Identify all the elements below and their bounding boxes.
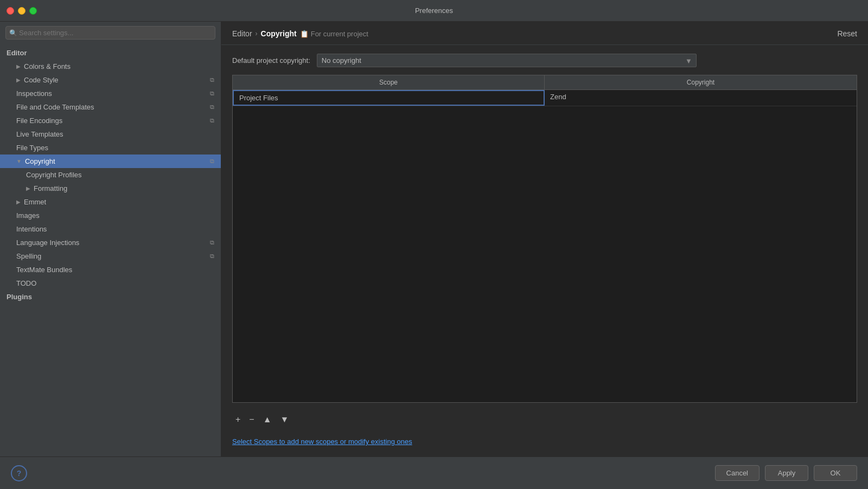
- search-icon: 🔍: [9, 29, 17, 37]
- sidebar-item-label: Colors & Fonts: [24, 62, 71, 70]
- sidebar-item-file-encodings[interactable]: File Encodings⧉: [0, 114, 221, 127]
- traffic-lights: [7, 7, 37, 15]
- copy-icon: ⧉: [210, 239, 214, 246]
- chevron-icon: ▶: [16, 77, 21, 83]
- sidebar-item-label: TextMate Bundles: [16, 266, 72, 274]
- breadcrumb-project: 📋 For current project: [300, 30, 368, 38]
- sidebar-item-copyright[interactable]: ▼Copyright⧉: [0, 155, 221, 168]
- cancel-button[interactable]: Cancel: [715, 465, 760, 481]
- sidebar-item-file-code-templates[interactable]: File and Code Templates⧉: [0, 100, 221, 114]
- sidebar-item-label: Editor: [7, 49, 27, 57]
- move-down-button[interactable]: ▼: [277, 414, 292, 426]
- copy-icon: ⧉: [210, 158, 214, 165]
- help-button[interactable]: ?: [11, 465, 27, 481]
- sidebar-item-label: Copyright: [25, 157, 55, 165]
- breadcrumb: Editor › Copyright 📋 For current project: [232, 29, 368, 38]
- chevron-icon: ▼: [16, 158, 22, 164]
- sidebar-item-label: Live Templates: [16, 130, 63, 138]
- table-cell-copyright: Zend: [545, 90, 857, 106]
- titlebar: Preferences: [0, 0, 868, 22]
- sidebar-item-label: TODO: [16, 279, 36, 287]
- sidebar-item-label: File and Code Templates: [16, 103, 94, 111]
- copyright-dropdown[interactable]: No copyright: [317, 54, 697, 67]
- chevron-icon: ▶: [16, 199, 21, 205]
- sidebar-item-todo[interactable]: TODO: [0, 276, 221, 290]
- table-toolbar: + − ▲ ▼: [232, 410, 857, 428]
- chevron-icon: ▶: [26, 185, 30, 191]
- copy-icon: ⧉: [210, 104, 214, 111]
- breadcrumb-separator: ›: [256, 30, 258, 37]
- table-header: Scope Copyright: [233, 75, 857, 90]
- ok-button[interactable]: OK: [814, 465, 857, 481]
- close-button[interactable]: [7, 7, 14, 15]
- table-cell-scope: Project Files: [233, 90, 545, 106]
- sidebar-item-label: Plugins: [7, 293, 32, 301]
- sidebar-item-label: Copyright Profiles: [26, 171, 82, 179]
- sidebar-item-plugins-header[interactable]: Plugins: [0, 290, 221, 304]
- sidebar-item-label: Language Injections: [16, 239, 79, 247]
- bottom-bar: ? Cancel Apply OK: [0, 456, 868, 489]
- sidebar-item-label: Images: [16, 211, 40, 220]
- sidebar-item-code-style[interactable]: ▶Code Style⧉: [0, 73, 221, 87]
- move-up-button[interactable]: ▲: [260, 414, 275, 426]
- search-input[interactable]: [5, 26, 215, 40]
- sidebar-item-colors-fonts[interactable]: ▶Colors & Fonts: [0, 60, 221, 73]
- sidebar-item-live-templates[interactable]: Live Templates: [0, 127, 221, 141]
- copy-icon: ⧉: [210, 253, 214, 260]
- col-header-scope: Scope: [233, 75, 545, 89]
- sidebar-item-formatting[interactable]: ▶Formatting: [0, 182, 221, 195]
- apply-button[interactable]: Apply: [765, 465, 808, 481]
- copy-icon: ⧉: [210, 117, 214, 124]
- add-row-button[interactable]: +: [232, 414, 244, 426]
- sidebar-item-images[interactable]: Images: [0, 209, 221, 222]
- main-container: 🔍 Editor▶Colors & Fonts▶Code Style⧉Inspe…: [0, 22, 868, 456]
- default-copyright-label: Default project copyright:: [232, 56, 310, 65]
- breadcrumb-project-label: For current project: [311, 30, 368, 38]
- sidebar-item-intentions[interactable]: Intentions: [0, 222, 221, 236]
- content-body: Default project copyright: No copyright …: [221, 45, 868, 456]
- search-container: 🔍: [0, 22, 221, 44]
- project-icon: 📋: [300, 30, 309, 38]
- sidebar-item-label: Intentions: [16, 225, 47, 233]
- content-header: Editor › Copyright 📋 For current project…: [221, 22, 868, 45]
- window-title: Preferences: [415, 7, 453, 15]
- breadcrumb-editor: Editor: [232, 29, 252, 38]
- table-body: Project FilesZend: [233, 90, 857, 402]
- sidebar-item-label: File Types: [16, 144, 48, 152]
- sidebar-item-label: Emmet: [24, 198, 46, 206]
- breadcrumb-current: Copyright: [261, 29, 297, 38]
- content-area: Editor › Copyright 📋 For current project…: [221, 22, 868, 456]
- sidebar-nav: Editor▶Colors & Fonts▶Code Style⧉Inspect…: [0, 44, 221, 456]
- minimize-button[interactable]: [18, 7, 25, 15]
- sidebar: 🔍 Editor▶Colors & Fonts▶Code Style⧉Inspe…: [0, 22, 221, 456]
- scope-table: Scope Copyright Project FilesZend: [232, 75, 857, 403]
- sidebar-item-copyright-profiles[interactable]: Copyright Profiles: [0, 168, 221, 182]
- sidebar-item-label: Spelling: [16, 252, 41, 260]
- table-row[interactable]: Project FilesZend: [233, 90, 857, 106]
- sidebar-item-label: Formatting: [34, 184, 67, 192]
- sidebar-item-spelling[interactable]: Spelling⧉: [0, 249, 221, 263]
- copy-icon: ⧉: [210, 76, 214, 83]
- sidebar-item-label: File Encodings: [16, 117, 62, 125]
- sidebar-item-label: Code Style: [24, 76, 59, 84]
- sidebar-item-inspections[interactable]: Inspections⧉: [0, 87, 221, 100]
- search-wrapper: 🔍: [5, 26, 215, 40]
- sidebar-item-textmate-bundles[interactable]: TextMate Bundles: [0, 263, 221, 276]
- select-scopes-link[interactable]: Select Scopes to add new scopes or modif…: [232, 435, 857, 448]
- sidebar-item-language-injections[interactable]: Language Injections⧉: [0, 236, 221, 249]
- remove-row-button[interactable]: −: [246, 414, 257, 426]
- sidebar-item-editor-header[interactable]: Editor: [0, 46, 221, 60]
- reset-button[interactable]: Reset: [837, 29, 857, 38]
- sidebar-item-label: Inspections: [16, 89, 52, 98]
- copy-icon: ⧉: [210, 90, 214, 97]
- sidebar-item-emmet[interactable]: ▶Emmet: [0, 195, 221, 209]
- chevron-icon: ▶: [16, 63, 21, 69]
- sidebar-item-file-types[interactable]: File Types: [0, 141, 221, 155]
- col-header-copyright: Copyright: [545, 75, 857, 89]
- dropdown-wrapper: No copyright ▼: [317, 54, 697, 67]
- default-copyright-row: Default project copyright: No copyright …: [232, 54, 857, 67]
- maximize-button[interactable]: [29, 7, 37, 15]
